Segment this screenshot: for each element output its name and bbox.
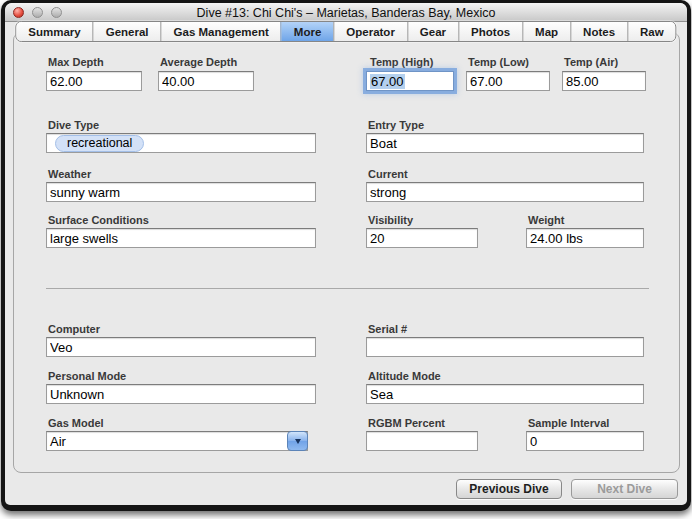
window-frame: Dive #13: Chi Chi's – Marietas, Banderas…: [1, 0, 691, 511]
minimize-button: [32, 7, 43, 18]
sample-interval-input[interactable]: [526, 431, 644, 451]
serial-number-input[interactable]: [366, 337, 644, 357]
close-button[interactable]: [13, 7, 24, 18]
surface-conditions-input[interactable]: [46, 228, 316, 248]
tab-bar: Summary General Gas Management More Oper…: [15, 21, 676, 42]
current-label: Current: [368, 168, 408, 180]
dive-type-token[interactable]: recreational: [55, 135, 144, 152]
current-input[interactable]: [366, 182, 644, 202]
entry-type-label: Entry Type: [368, 119, 424, 131]
average-depth-input[interactable]: [158, 71, 254, 91]
computer-label: Computer: [48, 323, 100, 335]
average-depth-label: Average Depth: [160, 56, 237, 68]
more-tab-panel: Max Depth Average Depth Temp (High) 67.0…: [13, 32, 680, 473]
dive-log-window: Dive #13: Chi Chi's – Marietas, Banderas…: [5, 3, 687, 505]
temp-air-input[interactable]: [562, 71, 646, 91]
temp-low-input[interactable]: [466, 71, 550, 91]
previous-dive-button[interactable]: Previous Dive: [456, 479, 562, 499]
sample-interval-label: Sample Interval: [528, 417, 609, 429]
tab-more[interactable]: More: [281, 22, 333, 41]
zoom-button: [51, 7, 62, 18]
tab-map[interactable]: Map: [522, 22, 570, 41]
surface-conditions-label: Surface Conditions: [48, 214, 149, 226]
chevron-down-icon: [295, 439, 301, 444]
rgbm-percent-label: RGBM Percent: [368, 417, 445, 429]
weight-label: Weight: [528, 214, 564, 226]
dive-type-input[interactable]: recreational: [46, 133, 316, 153]
serial-number-label: Serial #: [368, 323, 407, 335]
section-divider: [46, 288, 649, 289]
visibility-label: Visibility: [368, 214, 413, 226]
max-depth-input[interactable]: [46, 71, 142, 91]
tab-operator[interactable]: Operator: [333, 22, 407, 41]
gas-model-dropdown[interactable]: Air: [46, 431, 308, 451]
tab-notes[interactable]: Notes: [570, 22, 627, 41]
weather-label: Weather: [48, 168, 91, 180]
computer-input[interactable]: [46, 337, 316, 357]
dive-type-label: Dive Type: [48, 119, 99, 131]
tab-photos[interactable]: Photos: [458, 22, 522, 41]
tab-gear[interactable]: Gear: [407, 22, 458, 41]
tab-raw[interactable]: Raw: [627, 22, 676, 41]
temp-air-label: Temp (Air): [564, 56, 618, 68]
personal-mode-label: Personal Mode: [48, 370, 126, 382]
personal-mode-input[interactable]: [46, 384, 316, 404]
gas-model-label: Gas Model: [48, 417, 104, 429]
max-depth-label: Max Depth: [48, 56, 104, 68]
window-title: Dive #13: Chi Chi's – Marietas, Banderas…: [197, 6, 496, 20]
gas-model-dropdown-button[interactable]: [287, 431, 308, 451]
rgbm-percent-input[interactable]: [366, 431, 478, 451]
altitude-mode-label: Altitude Mode: [368, 370, 441, 382]
visibility-input[interactable]: [366, 228, 478, 248]
entry-type-input[interactable]: [366, 133, 644, 153]
temp-high-selected-text: 67.00: [370, 74, 405, 89]
title-bar: Dive #13: Chi Chi's – Marietas, Banderas…: [5, 3, 687, 22]
altitude-mode-input[interactable]: [366, 384, 644, 404]
temp-high-input[interactable]: 67.00: [366, 71, 454, 91]
gas-model-value: Air: [50, 434, 304, 449]
tab-general[interactable]: General: [93, 22, 161, 41]
tab-summary[interactable]: Summary: [16, 22, 92, 41]
next-dive-button[interactable]: Next Dive: [571, 479, 678, 499]
tab-gas-management[interactable]: Gas Management: [161, 22, 281, 41]
temp-high-label: Temp (High): [370, 56, 433, 68]
weather-input[interactable]: [46, 182, 316, 202]
temp-low-label: Temp (Low): [468, 56, 529, 68]
weight-input[interactable]: [526, 228, 644, 248]
